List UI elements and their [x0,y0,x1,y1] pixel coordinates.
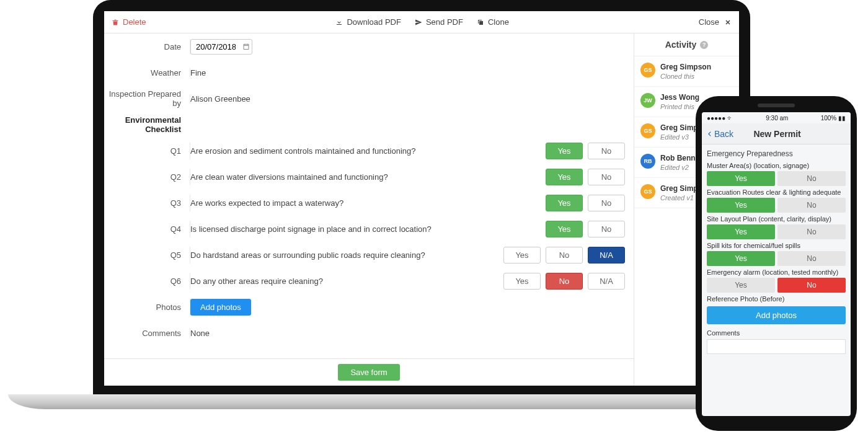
choice-no[interactable]: No [588,169,625,185]
phone-choice-no[interactable]: No [777,224,846,239]
send-icon [415,19,422,26]
choice-na[interactable]: N/A [588,247,625,264]
close-label: Close [699,17,719,27]
avatar: GS [640,63,655,78]
phone-add-photos-button[interactable]: Add photos [707,306,846,324]
trash-icon [112,19,119,26]
phone-choice-no[interactable]: No [777,171,846,186]
question-text: Are clean water diversions maintained an… [190,172,388,182]
checklist-header: Environmental Checklist [104,115,190,134]
status-bar: ●●●●● ᯤ 9:30 am 100% ▮▮ [702,112,851,123]
phone-choice-yes[interactable]: Yes [707,224,775,239]
comments-value: None [190,329,634,338]
avatar: GS [640,184,655,199]
date-label: Date [104,42,190,51]
phone-choice-yes[interactable]: Yes [707,251,775,266]
laptop-frame: Delete Download PDF Send PDF Clone Close [93,0,750,397]
download-label: Download PDF [347,17,401,27]
choice-na[interactable]: N/A [588,273,625,290]
activity-action: Cloned this [660,73,711,80]
delete-label: Delete [123,17,146,27]
activity-item[interactable]: GSGreg SimpsonCloned this [634,56,739,87]
phone-nav: Back New Permit [702,123,851,144]
weather-value: Fine [190,68,634,78]
question-id: Q6 [104,277,190,286]
send-label: Send PDF [426,17,463,27]
choice-no[interactable]: No [588,195,625,211]
question-text: Are erosion and sediment controls mainta… [190,146,416,156]
phone-choice-no[interactable]: No [777,251,846,266]
choice-no[interactable]: No [546,247,583,264]
phone-question-text: Evacuation Routes clear & lighting adequ… [707,188,846,196]
activity-user: Jess Wong [660,93,699,102]
phone-choice-no[interactable]: No [777,278,846,293]
question-text: Are works expected to impact a waterway? [190,198,343,208]
phone-section-header: Emergency Preparedness [707,149,846,158]
download-icon [335,19,343,26]
clone-label: Clone [488,17,509,27]
ref-photo-label: Reference Photo (Before) [707,295,846,303]
save-form-button[interactable]: Save form [338,364,399,381]
clone-button[interactable]: Clone [477,17,509,27]
phone-speaker [758,104,795,107]
phone-question-text: Spill kits for chemical/fuel spills [707,242,846,249]
prepared-by-value: Alison Greenbee [190,94,634,104]
phone-comments-label: Comments [707,329,846,337]
battery-pct: 100% [821,115,837,122]
choice-no[interactable]: No [588,143,625,159]
phone-choice-yes[interactable]: Yes [707,278,775,293]
question-id: Q2 [104,172,190,182]
phone-choice-no[interactable]: No [777,198,846,213]
toolbar: Delete Download PDF Send PDF Clone Close [104,11,739,33]
form-area: Date Weather Fine [104,33,634,386]
avatar: JW [640,93,655,108]
question-text: Is licensed discharge point signage in p… [190,224,432,234]
phone-title: New Permit [709,129,846,139]
signal-icon: ●●●●● ᯤ [707,115,733,122]
phone-question-text: Site Layout Plan (content, clarity, disp… [707,215,846,223]
activity-heading: Activity [665,40,697,50]
choice-yes[interactable]: Yes [503,247,541,264]
phone-frame: ●●●●● ᯤ 9:30 am 100% ▮▮ Back New Permit … [696,96,857,431]
question-text: Do any other areas require cleaning? [190,277,323,286]
phone-choice-yes[interactable]: Yes [707,171,775,186]
phone-comments-input[interactable] [707,339,846,354]
phone-choice-yes[interactable]: Yes [707,198,775,213]
avatar: RB [640,154,655,169]
send-pdf-button[interactable]: Send PDF [415,17,463,27]
choice-yes[interactable]: Yes [503,273,541,290]
download-pdf-button[interactable]: Download PDF [335,17,401,27]
close-button[interactable]: Close [699,17,732,27]
choice-no[interactable]: No [588,221,625,237]
choice-yes[interactable]: Yes [546,169,583,185]
question-id: Q3 [104,198,190,208]
choice-yes[interactable]: Yes [546,195,583,211]
question-id: Q1 [104,146,190,156]
phone-screen: ●●●●● ᯤ 9:30 am 100% ▮▮ Back New Permit … [702,112,851,416]
question-text: Do hardstand areas or surrounding public… [190,250,425,260]
avatar: GS [640,123,655,138]
calendar-icon[interactable] [242,43,250,50]
choice-yes[interactable]: Yes [546,143,583,159]
close-icon [724,19,732,26]
delete-button[interactable]: Delete [112,17,146,27]
clone-icon [477,19,484,26]
status-time: 9:30 am [766,115,788,122]
help-icon[interactable]: ? [700,41,708,49]
question-id: Q4 [104,224,190,234]
photos-label: Photos [104,303,190,312]
activity-user: Greg Simpson [660,63,711,71]
comments-label: Comments [104,329,190,338]
laptop-screen: Delete Download PDF Send PDF Clone Close [104,11,739,386]
phone-question-text: Emergency alarm (location, tested monthl… [707,268,846,276]
choice-yes[interactable]: Yes [546,221,583,237]
choice-no[interactable]: No [546,273,583,290]
weather-label: Weather [104,68,190,78]
question-id: Q5 [104,250,190,260]
add-photos-button[interactable]: Add photos [190,299,251,316]
activity-action: Printed this [660,103,699,110]
prepared-by-label: Inspection Prepared by [104,89,190,108]
phone-question-text: Muster Area(s) (location, signage) [707,162,846,169]
